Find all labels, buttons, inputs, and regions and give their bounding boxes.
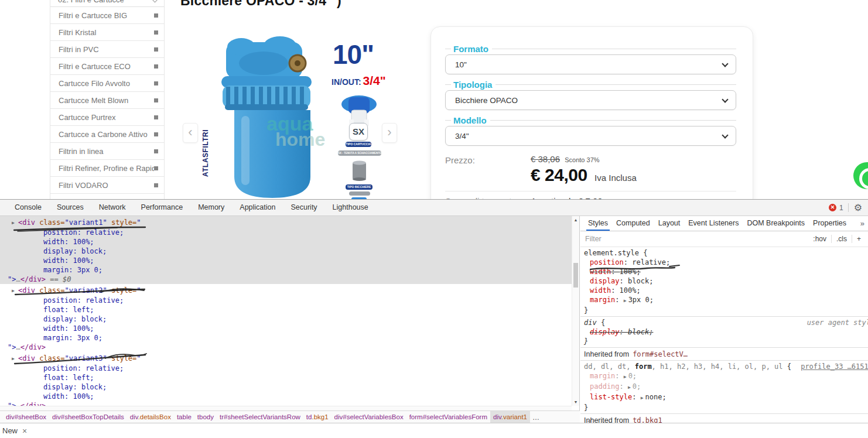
size-label: 10": [333, 39, 374, 70]
sidebar-item[interactable]: Cartucce a Carbone Attivo: [50, 126, 164, 143]
expand-arrow-icon[interactable]: ▶: [12, 354, 18, 364]
breadcrumb-overflow[interactable]: …: [530, 413, 542, 422]
square-bullet-icon: [154, 115, 158, 119]
sidebar-item[interactable]: Filtri in PVC: [50, 41, 164, 58]
expand-arrow-icon[interactable]: ▶: [12, 286, 18, 296]
product-title: Bicchiere OPACO - 3/4" ): [180, 0, 341, 9]
styles-tab-dom-breakpoints[interactable]: DOM Breakpoints: [743, 216, 809, 231]
styles-toggle-hov[interactable]: :hov: [808, 235, 831, 243]
css-property[interactable]: list-style: ▶none;: [580, 392, 868, 403]
overflow-chevron-icon[interactable]: »: [860, 219, 868, 228]
sx-badge: SX: [349, 123, 368, 141]
breadcrumb-item[interactable]: table: [174, 411, 194, 423]
horizontal-scrollbar[interactable]: [0, 406, 572, 410]
css-property[interactable]: padding: ▶0;: [580, 382, 868, 392]
close-icon[interactable]: ×: [22, 426, 27, 436]
devtools-tab-console[interactable]: Console: [7, 200, 49, 215]
breadcrumb-item[interactable]: form#selectVariablesForm: [406, 411, 490, 423]
styles-tab-layout[interactable]: Layout: [654, 216, 685, 231]
styles-tab-event-listeners[interactable]: Event Listeners: [684, 216, 743, 231]
sidebar-item[interactable]: Filtrin in linea: [50, 143, 164, 160]
chat-widget-button[interactable]: [853, 162, 868, 189]
sidebar-item[interactable]: Filtri Refiner, Profine e Rapid: [50, 160, 164, 177]
expand-arrow-icon[interactable]: ▶: [624, 298, 627, 303]
option-selected-value: 10": [455, 60, 467, 69]
styles-toggle-[interactable]: +: [852, 235, 866, 243]
devtools-panel: ConsoleSourcesNetworkPerformanceMemoryAp…: [0, 199, 868, 423]
sidebar-item-label: Filtri e Cartucce ECO: [59, 62, 154, 71]
devtools-tab-application[interactable]: Application: [232, 200, 283, 215]
styles-tab-computed[interactable]: Computed: [612, 216, 654, 231]
dom-node-variant1[interactable]: ▶<div class="variant1" style=" position:…: [0, 216, 572, 284]
scrollbar-thumb[interactable]: [573, 263, 578, 288]
devtools-tab-lighthouse[interactable]: Lighthouse: [325, 200, 376, 215]
option-label: Formato: [453, 44, 492, 54]
option-select-tipologia[interactable]: Bicchiere OPACO: [445, 90, 736, 110]
breadcrumb-item[interactable]: div.detailsBox: [127, 411, 174, 423]
prev-arrow-button[interactable]: ‹: [183, 123, 198, 143]
vat-note: Iva Inclusa: [594, 173, 637, 183]
styles-tab-properties[interactable]: Properties: [809, 216, 850, 231]
sidebar-item-label: Filtri Kristal: [59, 28, 154, 37]
inherited-from-node-link[interactable]: form#selectV…: [633, 350, 688, 358]
breadcrumb-item[interactable]: div#sheetBox: [3, 411, 49, 423]
vertical-scrollbar[interactable]: ▲ ▼: [572, 216, 579, 406]
square-bullet-icon: [154, 183, 158, 187]
breadcrumb-item[interactable]: div.variant1: [490, 411, 530, 423]
watermark-home: home: [275, 129, 325, 150]
expand-arrow-icon[interactable]: ▶: [628, 385, 631, 390]
next-arrow-button[interactable]: ›: [382, 123, 397, 143]
devtools-tab-sources[interactable]: Sources: [49, 200, 91, 215]
expand-arrow-icon[interactable]: ▶: [624, 374, 627, 379]
sidebar-item[interactable]: Cartucce Filo Avvolto: [50, 75, 164, 92]
inline-style-line: width: 100%;: [0, 324, 572, 333]
css-property[interactable]: width: 100%;: [580, 267, 868, 276]
css-property[interactable]: display: block;: [580, 276, 868, 286]
breadcrumb-item[interactable]: td.bkg1: [303, 411, 332, 423]
sidebar-item[interactable]: Filtri e Cartucce ECO: [50, 58, 164, 75]
breadcrumb-item[interactable]: tbody: [194, 411, 217, 423]
gear-icon[interactable]: ⚙: [854, 202, 862, 213]
chevron-down-icon: [152, 0, 158, 2]
sidebar-parent-item[interactable]: 02. Filtri e Cartucce: [50, 0, 164, 7]
inherited-from-section: Inherited fromform#selectV…: [580, 348, 868, 361]
option-selected-value: 3/4": [455, 132, 469, 141]
stylesheet-link[interactable]: profile_33 …61510: [801, 362, 868, 371]
expand-arrow-icon[interactable]: ▶: [12, 218, 18, 228]
breadcrumb-item[interactable]: div#selectVariablesBox: [332, 411, 406, 423]
styles-tab-styles[interactable]: Styles: [584, 216, 612, 231]
error-badge[interactable]: ✕ 1: [829, 204, 848, 212]
css-property[interactable]: position: relative;: [580, 258, 868, 267]
css-property[interactable]: display: block;: [580, 327, 868, 337]
sidebar-item[interactable]: Filtri e Cartucce BIG: [50, 7, 164, 24]
sidebar-item-label: Filtri in PVC: [59, 45, 154, 54]
scroll-up-icon[interactable]: ▲: [572, 218, 579, 222]
devtools-tab-memory[interactable]: Memory: [190, 200, 232, 215]
css-property[interactable]: width: 100%;: [580, 286, 868, 295]
breadcrumb-item[interactable]: div#sheetBoxTopDetails: [49, 411, 127, 423]
expand-arrow-icon[interactable]: ▶: [641, 395, 644, 401]
breadcrumb-item[interactable]: tr#sheetSelectVariantsRow: [217, 411, 303, 423]
sidebar-item[interactable]: Cartucce Melt Blown: [50, 92, 164, 109]
dom-node-variant3[interactable]: ▶<div class="variant3" style=" position:…: [0, 352, 572, 406]
sidebar-item[interactable]: Filtri VODARO: [50, 177, 164, 194]
inline-style-line: width: 100%;: [0, 392, 572, 401]
sidebar-item-label: Filtrin in linea: [59, 147, 154, 156]
devtools-tab-network[interactable]: Network: [91, 200, 134, 215]
css-property[interactable]: margin: ▶0;: [580, 371, 868, 382]
brand-vertical-label: ATLASFILTRI: [201, 129, 210, 177]
css-property[interactable]: margin: ▶3px 0;: [580, 295, 868, 306]
pill-small: [349, 191, 370, 196]
sidebar-item[interactable]: Filtri Kristal: [50, 24, 164, 41]
scroll-down-icon[interactable]: ▼: [572, 400, 579, 404]
option-select-formato[interactable]: 10": [445, 54, 736, 74]
styles-toggle-cls[interactable]: .cls: [832, 235, 852, 243]
sidebar-item[interactable]: Cartucce Purtrex: [50, 109, 164, 126]
purchase-card: Formato10"TipologiaBicchiere OPACOModell…: [430, 26, 753, 199]
option-select-modello[interactable]: 3/4": [445, 126, 736, 146]
devtools-tab-performance[interactable]: Performance: [134, 200, 191, 215]
filter-input[interactable]: [585, 235, 749, 243]
dom-node-variant2[interactable]: ▶<div class="variant2" style=" position:…: [0, 284, 572, 352]
new-tab-label[interactable]: New: [2, 426, 18, 435]
devtools-tab-security[interactable]: Security: [283, 200, 324, 215]
